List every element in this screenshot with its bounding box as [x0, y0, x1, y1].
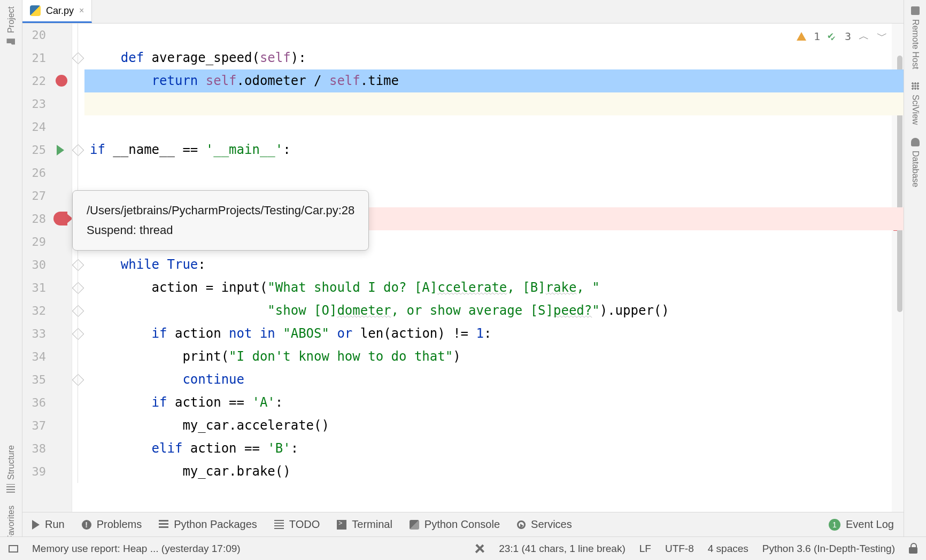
fold-column[interactable]	[72, 24, 84, 512]
bottom-toolwindow-bar: RunProblemsPython PackagesTODOTerminalPy…	[22, 512, 904, 536]
thread-breakpoint-icon[interactable]	[53, 212, 67, 225]
line-number[interactable]: 37	[22, 414, 51, 437]
code-line[interactable]: elif action == 'B':	[84, 437, 904, 460]
line-number[interactable]: 38	[22, 437, 51, 460]
tool-database[interactable]: Database	[904, 131, 926, 194]
code-line[interactable]: continue	[84, 368, 904, 391]
database-icon	[911, 138, 920, 146]
run-gutter-icon[interactable]	[57, 145, 64, 155]
fold-handle-icon[interactable]	[72, 305, 84, 317]
toolwindow-label: Terminal	[352, 518, 392, 531]
code-line[interactable]	[84, 24, 904, 46]
line-number[interactable]: 29	[22, 230, 51, 253]
line-number[interactable]: 39	[22, 460, 51, 483]
line-number[interactable]: 21	[22, 46, 51, 69]
line-number[interactable]: 31	[22, 276, 51, 299]
line-number[interactable]: 26	[22, 161, 51, 184]
tool-database-label: Database	[910, 151, 920, 188]
line-number[interactable]: 22	[22, 69, 51, 92]
breakpoint-icon[interactable]	[56, 75, 67, 87]
toolwindow-label: Python Console	[425, 518, 500, 531]
code-line[interactable]	[84, 115, 904, 138]
code-editor[interactable]: 2021222324252627282930313233343536373839…	[22, 24, 904, 512]
line-number[interactable]: 34	[22, 345, 51, 368]
fold-handle-icon[interactable]	[72, 52, 84, 65]
code-line[interactable]: my_car.brake()	[84, 460, 904, 483]
toolwindow-quick-access-icon[interactable]	[9, 545, 18, 553]
python-interpreter[interactable]: Python 3.6 (In-Depth-Testing)	[762, 543, 895, 555]
readonly-lock-icon[interactable]	[909, 544, 917, 554]
line-number[interactable]: 20	[22, 24, 51, 46]
tool-project-label: Project	[6, 6, 16, 33]
editor-tab-car-py[interactable]: Car.py ×	[22, 0, 92, 23]
tool-structure[interactable]: Structure	[0, 439, 22, 499]
line-number-gutter[interactable]: 2021222324252627282930313233343536373839	[22, 24, 51, 512]
indent-settings[interactable]: 4 spaces	[708, 543, 748, 555]
fold-handle-icon[interactable]	[72, 282, 84, 294]
fold-handle-icon[interactable]	[72, 374, 84, 386]
toolwindow-todo-button[interactable]: TODO	[274, 518, 320, 531]
fold-handle-icon[interactable]	[72, 144, 84, 157]
code-line[interactable]: action = input("What should I do? [A]cce…	[84, 276, 904, 299]
line-number[interactable]: 32	[22, 299, 51, 322]
folder-icon	[7, 37, 16, 46]
remote-host-icon	[911, 6, 920, 15]
python-file-icon	[30, 5, 41, 16]
toolwindow-services-button[interactable]: Services	[517, 518, 572, 531]
line-number[interactable]: 25	[22, 138, 51, 161]
file-encoding[interactable]: UTF-8	[665, 543, 694, 555]
status-bar: Memory use report: Heap ... (yesterday 1…	[0, 536, 926, 560]
code-line[interactable]: if action == 'A':	[84, 391, 904, 414]
line-number[interactable]: 23	[22, 92, 51, 115]
code-line[interactable]: print("I don't know how to do that")	[84, 345, 904, 368]
toolwindow-label: Services	[531, 518, 572, 531]
event-log-label: Event Log	[846, 518, 894, 531]
gutter-markers[interactable]	[51, 24, 72, 512]
line-separator[interactable]: LF	[639, 543, 651, 555]
code-line[interactable]: while True:	[84, 253, 904, 276]
list-icon	[274, 520, 284, 530]
code-line[interactable]: if __name__ == '__main__':	[84, 138, 904, 161]
toolwindow-problems-button[interactable]: Problems	[82, 518, 142, 531]
line-number[interactable]: 36	[22, 391, 51, 414]
toolwindow-label: Problems	[97, 518, 142, 531]
tool-project[interactable]: Project	[0, 0, 22, 52]
tool-favorites-label: Favorites	[6, 505, 16, 541]
code-area[interactable]: 1 3 ︿ ﹀ def average_speed(self): return …	[84, 24, 904, 512]
line-number[interactable]: 35	[22, 368, 51, 391]
code-line[interactable]: if action not in "ABOS" or len(action) !…	[84, 322, 904, 345]
line-number[interactable]: 33	[22, 322, 51, 345]
structure-icon	[7, 484, 16, 493]
fold-handle-icon[interactable]	[72, 328, 84, 340]
line-number[interactable]: 30	[22, 253, 51, 276]
py-icon	[410, 520, 419, 530]
event-log-count-badge: 1	[829, 519, 840, 531]
line-number[interactable]: 27	[22, 184, 51, 207]
toolwindow-pypkg-button[interactable]: Python Packages	[159, 518, 257, 531]
code-line[interactable]: "show [O]dometer, or show average [S]pee…	[84, 299, 904, 322]
background-tasks-icon[interactable]	[472, 541, 487, 556]
code-line[interactable]: my_car.accelerate()	[84, 414, 904, 437]
sciview-icon	[911, 82, 920, 90]
tool-remote-host[interactable]: Remote Host	[904, 0, 926, 75]
code-line[interactable]	[84, 161, 904, 184]
fold-handle-icon[interactable]	[72, 259, 84, 271]
code-line[interactable]: return self.odometer / self.time	[84, 69, 904, 92]
code-line[interactable]: def average_speed(self):	[84, 46, 904, 69]
tab-close-icon[interactable]: ×	[79, 6, 84, 15]
event-log-button[interactable]: 1 Event Log	[829, 518, 894, 531]
code-line[interactable]	[84, 92, 904, 115]
breakpoint-tooltip: /Users/jetbrains/PycharmProjects/Testing…	[72, 190, 369, 251]
line-number[interactable]: 24	[22, 115, 51, 138]
tool-sciview[interactable]: SciView	[904, 75, 926, 131]
caret-position[interactable]: 23:1 (41 chars, 1 line break)	[499, 543, 626, 555]
right-tool-strip: Remote Host SciView Database	[904, 0, 926, 560]
term-icon	[337, 520, 346, 530]
play-icon	[32, 520, 40, 530]
services-icon	[517, 520, 526, 529]
line-number[interactable]: 28	[22, 207, 51, 230]
tooltip-path: /Users/jetbrains/PycharmProjects/Testing…	[87, 200, 354, 220]
toolwindow-run-button[interactable]: Run	[32, 518, 65, 531]
toolwindow-terminal-button[interactable]: Terminal	[337, 518, 392, 531]
toolwindow-pyconsole-button[interactable]: Python Console	[410, 518, 500, 531]
